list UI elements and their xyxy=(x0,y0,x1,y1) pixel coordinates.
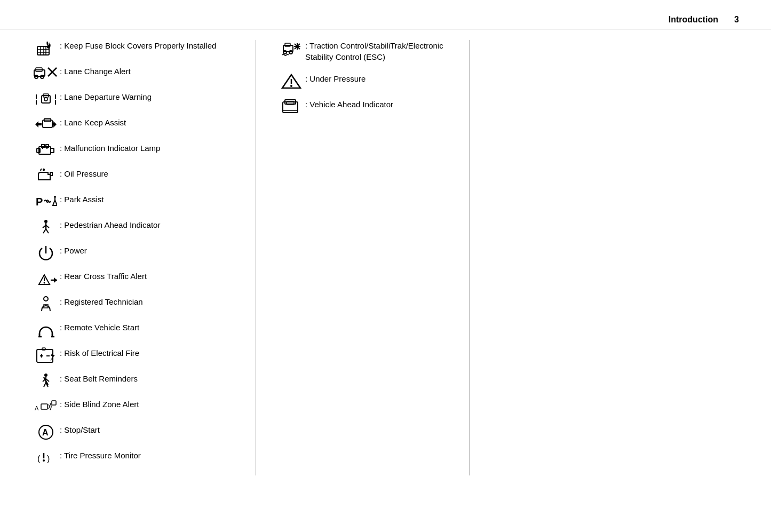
svg-rect-26 xyxy=(46,145,49,147)
list-item: : Registered Technician xyxy=(32,296,245,313)
svg-rect-22 xyxy=(39,147,51,154)
svg-rect-66 xyxy=(41,404,47,409)
seat-belt-text: : Seat Belt Reminders xyxy=(60,373,138,384)
svg-line-37 xyxy=(43,229,46,233)
lane-keep-text: : Lane Keep Assist xyxy=(60,117,126,128)
vehicle-ahead-text: : Vehicle Ahead Indicator xyxy=(305,99,393,110)
park-assist-icon: P xyxy=(32,194,60,209)
svg-text:(: ( xyxy=(37,454,41,463)
svg-marker-44 xyxy=(54,277,57,283)
svg-text:): ) xyxy=(47,454,50,463)
rear-cross-icon xyxy=(32,271,60,287)
malfunction-text: : Malfunction Indicator Lamp xyxy=(60,142,160,154)
list-item: : Power xyxy=(32,245,245,262)
svg-point-58 xyxy=(44,374,47,377)
list-item: : Risk of Electrical Fire xyxy=(32,347,245,364)
power-icon xyxy=(32,245,60,261)
list-item: A : Side Blind Zone Alert xyxy=(32,399,245,416)
list-item: : Pedestrian Ahead Indicator xyxy=(32,219,245,236)
side-blind-text: : Side Blind Zone Alert xyxy=(60,399,139,410)
oil-pressure-icon xyxy=(32,168,60,183)
svg-point-84 xyxy=(290,85,292,87)
page-container: Introduction 3 xyxy=(0,0,771,532)
pedestrian-text: : Pedestrian Ahead Indicator xyxy=(60,219,160,231)
list-item: : Keep Fuse Block Covers Properly Instal… xyxy=(32,40,245,57)
fuse-block-icon xyxy=(32,40,60,57)
svg-point-45 xyxy=(44,297,48,301)
svg-text:P: P xyxy=(36,196,43,208)
list-item: : Lane Departure Warning xyxy=(32,91,245,108)
lane-change-alert-text: : Lane Change Alert xyxy=(60,66,131,77)
fuse-block-text: : Keep Fuse Block Covers Properly Instal… xyxy=(60,40,216,51)
vehicle-ahead-icon xyxy=(277,99,305,115)
electrical-fire-text: : Risk of Electrical Fire xyxy=(60,347,139,359)
registered-tech-icon xyxy=(32,296,60,312)
column-2: : Traction Control/StabiliTrak/Electroni… xyxy=(256,40,470,475)
lane-departure-icon xyxy=(32,91,60,107)
svg-rect-25 xyxy=(42,145,44,147)
rear-cross-text: : Rear Cross Traffic Alert xyxy=(60,271,147,282)
electrical-fire-icon xyxy=(32,347,60,363)
remote-start-text: : Remote Vehicle Start xyxy=(60,322,139,333)
header-page-number: 3 xyxy=(734,15,739,25)
list-item: : Under Pressure xyxy=(277,73,458,90)
traction-control-icon xyxy=(277,40,305,56)
pedestrian-icon xyxy=(32,219,60,235)
list-item: : Lane Change Alert xyxy=(32,66,245,83)
list-item: : Malfunction Indicator Lamp xyxy=(32,142,245,160)
list-item: P : Park Assist xyxy=(32,194,245,211)
svg-line-38 xyxy=(46,229,49,233)
list-item: A : Stop/Start xyxy=(32,424,245,441)
svg-text:A: A xyxy=(35,405,39,411)
svg-rect-67 xyxy=(52,401,56,405)
power-text: : Power xyxy=(60,245,87,256)
list-item: ( ) : Tire Pressure Monitor xyxy=(32,450,245,467)
oil-pressure-text: : Oil Pressure xyxy=(60,168,108,179)
park-assist-text: : Park Assist xyxy=(60,194,104,205)
stop-start-text: : Stop/Start xyxy=(60,424,100,435)
malfunction-icon xyxy=(32,142,60,157)
list-item: : Traction Control/StabiliTrak/Electroni… xyxy=(277,40,458,62)
svg-text:A: A xyxy=(42,428,49,437)
seat-belt-icon xyxy=(32,373,60,389)
svg-point-33 xyxy=(44,220,47,223)
svg-rect-24 xyxy=(51,148,54,153)
list-item: : Remote Vehicle Start xyxy=(32,322,245,339)
list-item: : Seat Belt Reminders xyxy=(32,373,245,390)
svg-marker-30 xyxy=(53,200,57,205)
traction-text: : Traction Control/StabiliTrak/Electroni… xyxy=(305,40,458,62)
list-item: : Lane Keep Assist xyxy=(32,117,245,134)
svg-rect-52 xyxy=(37,350,53,362)
under-pressure-icon xyxy=(277,73,305,89)
svg-point-32 xyxy=(54,196,56,198)
header-title: Introduction xyxy=(669,15,718,25)
tire-pressure-text: : Tire Pressure Monitor xyxy=(60,450,141,461)
list-item: : Oil Pressure xyxy=(32,168,245,185)
remote-start-icon xyxy=(32,322,60,338)
lane-change-alert-icon xyxy=(32,66,60,81)
registered-tech-text: : Registered Technician xyxy=(60,296,143,307)
svg-point-42 xyxy=(44,282,45,284)
lane-keep-icon xyxy=(32,117,60,132)
page-header: Introduction 3 xyxy=(0,11,771,29)
svg-point-72 xyxy=(43,459,45,462)
svg-line-62 xyxy=(44,383,46,387)
under-pressure-text: : Under Pressure xyxy=(305,73,365,84)
column-3 xyxy=(470,40,694,475)
side-blind-icon: A xyxy=(32,399,60,414)
list-item: : Rear Cross Traffic Alert xyxy=(32,271,245,288)
tire-pressure-icon: ( ) xyxy=(32,450,60,466)
content-area: : Keep Fuse Block Covers Properly Instal… xyxy=(0,40,771,475)
column-1: : Keep Fuse Block Covers Properly Instal… xyxy=(32,40,256,475)
lane-departure-text: : Lane Departure Warning xyxy=(60,91,152,102)
stop-start-icon: A xyxy=(32,424,60,440)
list-item: : Vehicle Ahead Indicator xyxy=(277,99,458,116)
